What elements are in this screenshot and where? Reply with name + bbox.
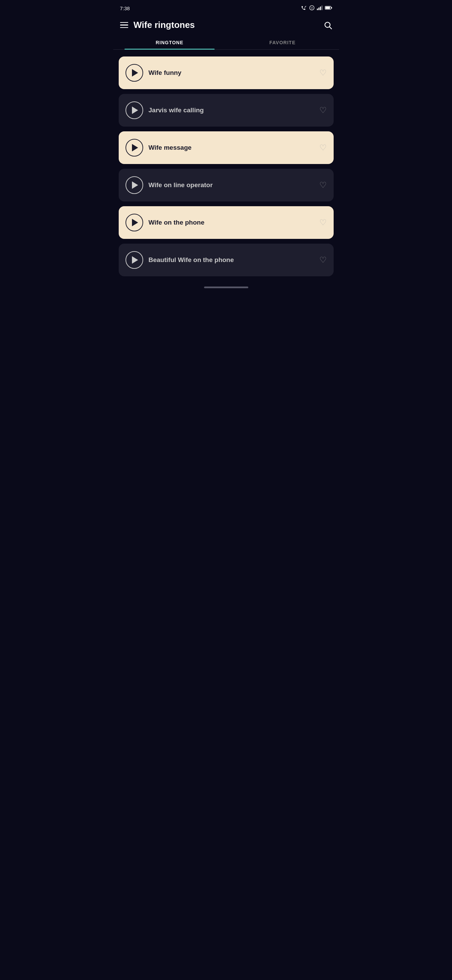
ringtone-item[interactable]: Beautiful Wife on the phone ♡ (119, 243, 334, 276)
svg-point-2 (311, 7, 312, 8)
ringtone-title: Beautiful Wife on the phone (149, 256, 234, 264)
search-button[interactable] (324, 21, 332, 30)
favorite-icon[interactable]: ♡ (319, 68, 327, 78)
home-indicator (204, 286, 248, 288)
menu-button[interactable] (120, 22, 128, 28)
play-triangle-icon (132, 256, 138, 264)
svg-rect-5 (318, 8, 319, 10)
status-time: 7:38 (120, 5, 130, 11)
ringtone-item[interactable]: Wife funny ♡ (119, 56, 334, 89)
svg-rect-4 (317, 8, 318, 10)
tab-ringtone[interactable]: RINGTONE (113, 35, 226, 49)
header: Wife ringtones (113, 15, 339, 35)
favorite-icon[interactable]: ♡ (319, 218, 327, 227)
signal-icon (317, 5, 323, 11)
svg-line-0 (305, 6, 306, 8)
page-title: Wife ringtones (134, 20, 195, 30)
missed-call-icon (301, 5, 307, 11)
play-triangle-icon (132, 107, 138, 114)
status-icons (301, 5, 332, 11)
ringtone-title: Wife on line operator (149, 181, 213, 189)
ringtone-item[interactable]: Wife on line operator ♡ (119, 169, 334, 202)
svg-line-12 (329, 27, 331, 29)
ringtone-title: Jarvis wife calling (149, 107, 204, 114)
ringtone-title: Wife on the phone (149, 219, 205, 226)
favorite-icon[interactable]: ♡ (319, 180, 327, 190)
status-bar: 7:38 (113, 0, 339, 15)
ringtone-item[interactable]: Wife message ♡ (119, 131, 334, 164)
play-button[interactable] (125, 102, 143, 119)
play-triangle-icon (132, 144, 138, 151)
play-button[interactable] (125, 139, 143, 156)
ringtone-title: Wife message (149, 144, 192, 151)
header-left: Wife ringtones (120, 20, 195, 30)
play-button[interactable] (125, 64, 143, 82)
play-button[interactable] (125, 251, 143, 269)
tab-favorite[interactable]: FAVORITE (226, 35, 339, 49)
tabs: RINGTONE FAVORITE (113, 35, 339, 50)
play-button[interactable] (125, 176, 143, 194)
play-triangle-icon (132, 219, 138, 226)
svg-rect-7 (321, 5, 322, 10)
svg-point-1 (309, 5, 314, 10)
favorite-icon[interactable]: ♡ (319, 105, 327, 115)
svg-rect-6 (320, 6, 321, 10)
svg-point-3 (312, 7, 313, 8)
battery-icon (325, 6, 332, 11)
svg-rect-9 (325, 6, 330, 9)
ringtone-title: Wife funny (149, 69, 182, 76)
play-button[interactable] (125, 214, 143, 231)
ringtone-item[interactable]: Jarvis wife calling ♡ (119, 94, 334, 127)
favorite-icon[interactable]: ♡ (319, 255, 327, 265)
play-triangle-icon (132, 69, 138, 76)
bottom-nav-bar (113, 280, 339, 292)
ringtone-list: Wife funny ♡ Jarvis wife calling ♡ Wife … (113, 53, 339, 280)
face-icon (309, 5, 315, 11)
play-triangle-icon (132, 181, 138, 189)
ringtone-item[interactable]: Wife on the phone ♡ (119, 206, 334, 239)
svg-rect-10 (331, 7, 331, 8)
favorite-icon[interactable]: ♡ (319, 143, 327, 153)
